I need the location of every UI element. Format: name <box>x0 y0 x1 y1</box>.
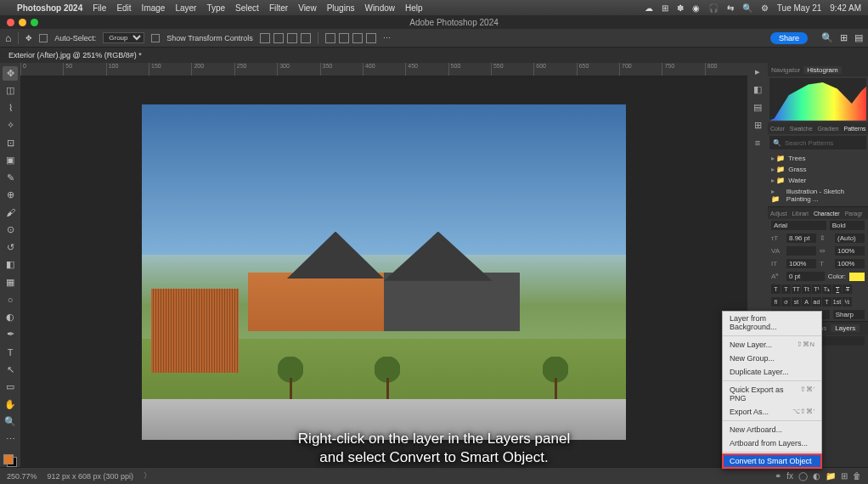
move-tool-icon[interactable]: ✥ <box>25 34 32 42</box>
pen-tool[interactable]: ✒ <box>3 328 18 342</box>
canvas-area[interactable]: 0501001502002503003504004505005506006507… <box>20 63 747 467</box>
dodge-tool[interactable]: ◐ <box>3 310 18 324</box>
marquee-tool[interactable]: ◫ <box>3 84 18 98</box>
search-icon[interactable]: 🔍 <box>821 32 833 43</box>
pattern-folder[interactable]: ▸ 📁Illustration - Sketch Painting ... <box>771 186 865 205</box>
tab-navigator[interactable]: Navigator <box>768 66 803 74</box>
delete-layer-icon[interactable]: 🗑 <box>853 471 861 481</box>
eyedropper-tool[interactable]: ✎ <box>3 171 18 185</box>
new-layer-icon[interactable]: ⊞ <box>841 471 848 481</box>
panel-icon[interactable]: ▤ <box>854 32 863 43</box>
tab-character[interactable]: Character <box>811 211 843 217</box>
close-icon[interactable] <box>7 19 14 26</box>
baseline-field[interactable]: 0 pt <box>786 272 825 281</box>
menubar-icon[interactable]: ◉ <box>692 3 700 13</box>
panel-icon[interactable]: ◧ <box>753 84 762 95</box>
share-button[interactable]: Share <box>770 32 808 44</box>
italic-button[interactable]: T <box>781 284 791 294</box>
menu-select[interactable]: Select <box>235 3 259 13</box>
tab-patterns[interactable]: Patterns <box>842 126 869 132</box>
color-swatch[interactable] <box>3 454 17 467</box>
align-icon[interactable] <box>301 33 311 43</box>
strike-button[interactable]: T̶ <box>843 284 852 294</box>
menu-view[interactable]: View <box>298 3 317 13</box>
menubar-icon[interactable]: 🎧 <box>708 3 719 13</box>
ctx-artboard-from-layers[interactable]: Artboard from Layers... <box>723 436 821 450</box>
font-family-field[interactable]: Arial <box>771 221 826 230</box>
distribute-icon[interactable] <box>352 33 363 43</box>
menu-window[interactable]: Window <box>364 3 395 13</box>
history-brush-tool[interactable]: ↺ <box>3 240 18 255</box>
link-layers-icon[interactable]: ⚭ <box>775 471 781 481</box>
align-icon[interactable] <box>273 33 284 43</box>
pattern-folder[interactable]: ▸ 📁Grass <box>771 164 865 175</box>
ctx-quick-export[interactable]: Quick Export as PNG⇧⌘' <box>723 383 821 405</box>
doc-info[interactable]: 912 px x 608 px (300 ppi) <box>48 472 134 481</box>
tab-paragraph[interactable]: Paragr <box>843 211 865 217</box>
kerning-field[interactable] <box>786 246 816 256</box>
distribute-icon[interactable] <box>325 33 335 43</box>
layer-mask-icon[interactable]: ◯ <box>798 471 808 481</box>
brush-tool[interactable]: 🖌 <box>3 205 18 220</box>
leading-field[interactable]: (Auto) <box>835 234 865 243</box>
workspace-icon[interactable]: ⊞ <box>840 32 848 43</box>
frame-tool[interactable]: ▣ <box>3 154 18 168</box>
tab-swatches[interactable]: Swatche <box>787 126 815 132</box>
menu-filter[interactable]: Filter <box>269 3 288 13</box>
underline-button[interactable]: T̲ <box>832 284 842 294</box>
layer-style-icon[interactable]: fx <box>786 471 793 481</box>
shape-tool[interactable]: ▭ <box>3 380 18 394</box>
maximize-icon[interactable] <box>31 19 38 26</box>
menubar-icon[interactable]: ✽ <box>677 3 684 13</box>
antialias-field[interactable]: Sharp <box>833 310 865 319</box>
hand-tool[interactable]: ✋ <box>3 397 18 412</box>
tab-adjustments[interactable]: Adjust <box>768 211 789 217</box>
gradient-tool[interactable]: ▦ <box>3 275 18 290</box>
ctx-new-group[interactable]: New Group... <box>723 352 821 365</box>
document-tab[interactable]: Exterior (After).jpg @ 251% (RGB/8#) * <box>0 48 868 63</box>
search-icon[interactable]: 🔍 <box>742 3 752 13</box>
more-icon[interactable]: ⋯ <box>383 34 391 42</box>
pattern-folder[interactable]: ▸ 📁Trees <box>771 153 865 164</box>
menu-image[interactable]: Image <box>142 3 166 13</box>
menubar-icon[interactable]: ☁ <box>645 3 653 13</box>
font-size-field[interactable]: 8.96 pt <box>786 234 816 243</box>
allcaps-button[interactable]: TT <box>792 284 801 294</box>
patterns-search[interactable]: 🔍 Search Patterns <box>769 136 866 149</box>
menubar-icon[interactable]: ⊞ <box>662 3 668 13</box>
tab-libraries[interactable]: Librari <box>789 211 810 217</box>
zoom-tool[interactable]: 🔍 <box>3 414 18 429</box>
distribute-icon[interactable] <box>339 33 349 43</box>
text-color-swatch[interactable] <box>849 273 865 281</box>
ctx-export-as[interactable]: Export As...⌥⇧⌘' <box>723 405 821 419</box>
stamp-tool[interactable]: ⊙ <box>3 223 18 238</box>
home-icon[interactable]: ⌂ <box>5 32 11 44</box>
panel-icon[interactable]: ⊞ <box>754 120 762 131</box>
vscale-field[interactable]: 100% <box>786 259 816 268</box>
ctx-duplicate-layer[interactable]: Duplicate Layer... <box>723 365 821 379</box>
path-tool[interactable]: ↖ <box>3 363 18 377</box>
distribute-icon[interactable] <box>366 33 376 43</box>
heal-tool[interactable]: ⊕ <box>3 189 18 203</box>
font-weight-field[interactable]: Bold <box>830 221 865 230</box>
ctx-new-artboard[interactable]: New Artboard... <box>723 423 821 436</box>
align-icon[interactable] <box>260 33 270 43</box>
menu-help[interactable]: Help <box>405 3 423 13</box>
menu-edit[interactable]: Edit <box>116 3 131 13</box>
pattern-folder[interactable]: ▸ 📁Water <box>771 175 865 186</box>
auto-select-dropdown[interactable]: Group <box>103 32 144 43</box>
type-tool[interactable]: T <box>3 345 18 359</box>
zoom-level[interactable]: 250.77% <box>7 472 37 481</box>
tab-gradients[interactable]: Gradien <box>815 126 842 132</box>
menu-plugins[interactable]: Plugins <box>327 3 355 13</box>
move-tool[interactable]: ✥ <box>3 66 18 81</box>
smallcaps-button[interactable]: Tt <box>802 284 811 294</box>
show-transform-checkbox[interactable] <box>151 34 160 42</box>
panel-icon[interactable]: ▤ <box>753 102 762 113</box>
date[interactable]: Tue May 21 <box>777 3 821 13</box>
wifi-icon[interactable]: ⇆ <box>727 3 734 13</box>
ctx-layer-from-background[interactable]: Layer from Background... <box>723 312 821 334</box>
ctx-new-layer[interactable]: New Layer...⇧⌘N <box>723 338 821 352</box>
hscale-field[interactable]: 100% <box>835 259 865 268</box>
time[interactable]: 9:42 AM <box>830 3 861 13</box>
